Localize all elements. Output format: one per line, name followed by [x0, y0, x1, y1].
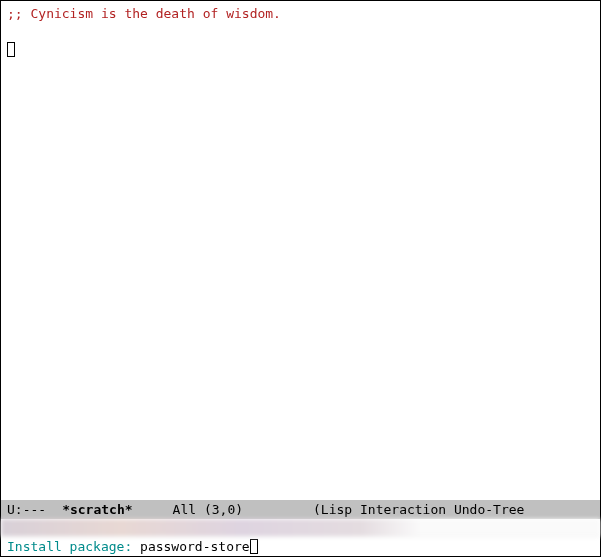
modeline-line-col: (3,0)	[204, 502, 243, 517]
modeline-buffer-name: *scratch*	[62, 502, 132, 517]
modeline-status: U:---	[7, 502, 46, 517]
cursor-line	[7, 41, 594, 59]
minibuffer-input[interactable]: password-store	[140, 539, 250, 554]
modeline-modes: (Lisp Interaction Undo-Tree	[313, 502, 524, 517]
comment-line: ;; Cynicism is the death of wisdom.	[7, 5, 594, 23]
emacs-frame: ;; Cynicism is the death of wisdom. U:--…	[0, 0, 601, 557]
modeline-position: All	[173, 502, 196, 517]
minibuffer-cursor	[250, 539, 258, 554]
empty-line	[7, 23, 594, 41]
point-cursor	[7, 42, 15, 57]
mode-line[interactable]: U:---*scratch*All (3,0)(Lisp Interaction…	[1, 500, 600, 519]
scratch-buffer[interactable]: ;; Cynicism is the death of wisdom.	[1, 1, 600, 500]
minibuffer[interactable]: Install package: password-store	[1, 537, 600, 556]
redacted-region	[1, 519, 600, 537]
minibuffer-prompt: Install package:	[7, 539, 140, 554]
